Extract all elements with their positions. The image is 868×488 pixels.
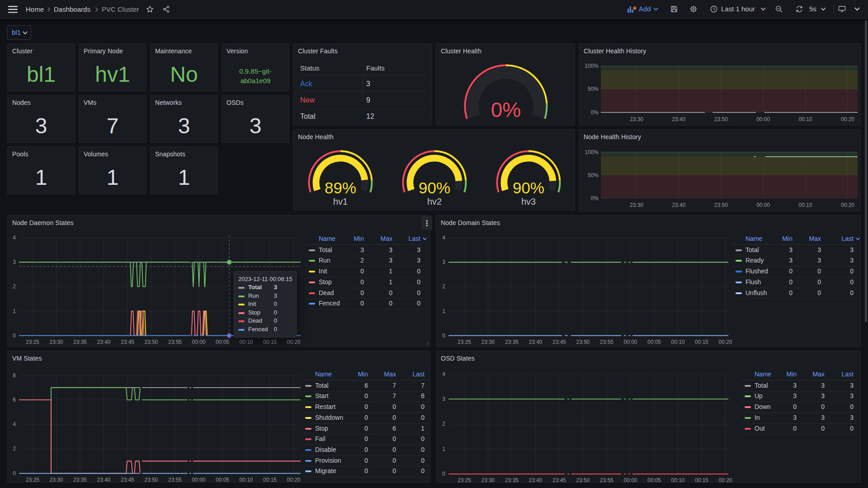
svg-text:00:20: 00:20 [841, 116, 854, 122]
svg-text:0%: 0% [591, 109, 599, 116]
svg-text:4: 4 [13, 421, 16, 427]
svg-text:00:05: 00:05 [647, 339, 661, 345]
svg-text:23:50: 23:50 [144, 339, 158, 345]
svg-text:90%: 90% [419, 179, 450, 197]
svg-text:50%: 50% [588, 172, 599, 178]
svg-text:100%: 100% [585, 63, 599, 69]
svg-text:1: 1 [13, 308, 16, 314]
svg-text:00:00: 00:00 [623, 477, 637, 482]
svg-text:23:25: 23:25 [26, 477, 39, 482]
svg-text:23:50: 23:50 [576, 339, 590, 345]
svg-text:23:40: 23:40 [672, 202, 685, 208]
svg-text:23:25: 23:25 [26, 339, 39, 345]
svg-text:1: 1 [442, 308, 445, 314]
svg-text:00:00: 00:00 [623, 339, 637, 345]
svg-text:100%: 100% [585, 149, 599, 155]
svg-text:23:30: 23:30 [630, 116, 643, 122]
svg-text:00:20: 00:20 [718, 339, 732, 345]
svg-text:2: 2 [442, 421, 445, 427]
svg-text:50%: 50% [588, 86, 599, 92]
svg-text:00:10: 00:10 [239, 477, 253, 482]
svg-text:00:10: 00:10 [671, 477, 684, 482]
svg-text:3: 3 [442, 259, 445, 265]
svg-text:23:40: 23:40 [528, 339, 542, 345]
svg-text:0: 0 [13, 333, 16, 339]
svg-text:00:15: 00:15 [263, 339, 277, 345]
svg-text:23:40: 23:40 [97, 339, 110, 345]
svg-text:00:15: 00:15 [695, 339, 708, 345]
svg-text:00:00: 00:00 [756, 202, 770, 208]
svg-text:00:05: 00:05 [647, 477, 661, 482]
svg-text:23:55: 23:55 [168, 477, 182, 482]
svg-text:89%: 89% [325, 179, 356, 197]
svg-text:90%: 90% [513, 179, 544, 197]
svg-text:00:10: 00:10 [799, 202, 812, 208]
svg-text:23:30: 23:30 [49, 477, 63, 482]
svg-text:0: 0 [13, 470, 16, 477]
svg-text:23:35: 23:35 [73, 339, 87, 345]
svg-text:00:00: 00:00 [192, 339, 205, 345]
svg-text:2: 2 [13, 283, 16, 290]
svg-text:0: 0 [442, 333, 445, 339]
svg-text:00:20: 00:20 [841, 202, 854, 208]
svg-text:23:40: 23:40 [97, 477, 110, 482]
svg-text:23:50: 23:50 [714, 116, 728, 122]
svg-text:00:15: 00:15 [263, 477, 277, 482]
svg-text:23:25: 23:25 [458, 339, 471, 345]
svg-text:hv2: hv2 [427, 197, 442, 206]
svg-text:00:10: 00:10 [671, 339, 684, 345]
svg-text:23:50: 23:50 [144, 477, 158, 482]
svg-text:0%: 0% [591, 195, 599, 202]
svg-text:23:45: 23:45 [121, 477, 134, 482]
svg-text:00:00: 00:00 [192, 477, 205, 482]
svg-text:23:55: 23:55 [600, 477, 613, 482]
svg-text:00:20: 00:20 [718, 477, 732, 482]
svg-text:23:40: 23:40 [528, 477, 542, 482]
svg-text:23:30: 23:30 [481, 477, 495, 482]
svg-text:23:55: 23:55 [168, 339, 182, 345]
svg-text:3: 3 [442, 396, 445, 402]
svg-text:00:20: 00:20 [287, 477, 300, 482]
svg-text:4: 4 [13, 235, 16, 241]
svg-text:23:30: 23:30 [630, 202, 643, 208]
svg-text:8: 8 [13, 372, 16, 379]
svg-text:00:10: 00:10 [799, 116, 812, 122]
svg-text:23:50: 23:50 [714, 202, 728, 208]
svg-text:6: 6 [13, 397, 16, 403]
svg-text:00:00: 00:00 [756, 116, 770, 122]
svg-text:23:35: 23:35 [505, 339, 519, 345]
svg-text:23:40: 23:40 [672, 116, 685, 122]
svg-text:23:25: 23:25 [458, 477, 471, 482]
svg-text:23:55: 23:55 [600, 339, 613, 345]
svg-text:hv1: hv1 [333, 197, 348, 206]
svg-text:23:45: 23:45 [552, 339, 566, 345]
svg-text:3: 3 [13, 259, 16, 265]
svg-text:23:45: 23:45 [121, 339, 134, 345]
svg-text:23:30: 23:30 [481, 339, 495, 345]
svg-text:00:05: 00:05 [216, 339, 229, 345]
svg-text:00:10: 00:10 [239, 339, 253, 345]
svg-text:23:50: 23:50 [576, 477, 590, 482]
svg-text:4: 4 [442, 371, 445, 377]
svg-text:23:35: 23:35 [73, 477, 87, 482]
svg-text:4: 4 [442, 235, 445, 241]
svg-text:0: 0 [442, 471, 445, 477]
svg-text:00:20: 00:20 [287, 339, 300, 345]
svg-text:23:30: 23:30 [49, 339, 63, 345]
svg-text:00:05: 00:05 [216, 477, 229, 482]
svg-text:2: 2 [13, 446, 16, 452]
svg-text:23:35: 23:35 [505, 477, 519, 482]
svg-text:hv3: hv3 [521, 197, 536, 206]
svg-text:2: 2 [442, 283, 445, 290]
svg-text:00:15: 00:15 [695, 477, 708, 482]
svg-text:0%: 0% [491, 98, 521, 122]
svg-text:1: 1 [442, 446, 445, 452]
svg-text:23:45: 23:45 [552, 477, 566, 482]
